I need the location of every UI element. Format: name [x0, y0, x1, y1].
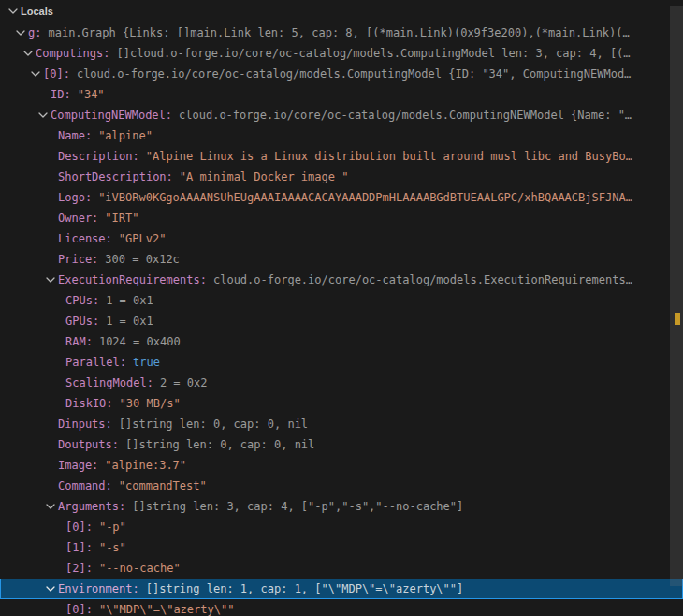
- variable-value: cloud.o-forge.io/core/oc-catalog/models.…: [207, 270, 632, 290]
- variable-row[interactable]: RAM: 1024 = 0x400: [0, 331, 683, 352]
- variable-row[interactable]: Logo: "iVBORw0KGgoAAAANSUhEUgAAAIAAAACAC…: [0, 187, 683, 208]
- chevron-down-icon: [43, 434, 58, 455]
- variable-value: "--no-cache": [93, 558, 181, 579]
- variable-value: "\"MDP\"=\"azerty\"": [93, 599, 235, 616]
- chevron-down-icon: [43, 414, 58, 434]
- chevron-down-icon: [36, 84, 51, 105]
- variable-name: ScalingModel:: [65, 373, 153, 393]
- variable-name: [1]:: [65, 537, 93, 558]
- variable-value: "Alpine Linux is a Linux distribution bu…: [139, 146, 632, 167]
- variable-row[interactable]: Doutputs: []string len: 0, cap: 0, nil: [0, 434, 683, 455]
- variable-name: [0]:: [43, 64, 70, 84]
- variables-tree: g: main.Graph {Links: []main.Link len: 5…: [0, 22, 683, 616]
- scope-header-locals[interactable]: Locals: [0, 0, 683, 22]
- variable-name: Name:: [58, 125, 92, 146]
- variable-value: []string len: 0, cap: 0, nil: [119, 434, 314, 455]
- variable-row[interactable]: Description: "Alpine Linux is a Linux di…: [0, 146, 683, 167]
- chevron-down-icon: [43, 167, 58, 187]
- variable-row[interactable]: DiskIO: "30 MB/s": [0, 393, 683, 414]
- chevron-down-icon[interactable]: [43, 270, 58, 290]
- variable-value: "-p": [93, 517, 126, 537]
- variable-name: Parallel:: [65, 352, 126, 373]
- chevron-down-icon: [51, 599, 65, 616]
- variable-name: Computings:: [36, 43, 109, 64]
- chevron-down-icon[interactable]: [43, 579, 58, 599]
- variable-name: Price:: [58, 249, 98, 270]
- chevron-down-icon: [43, 208, 58, 228]
- scrollbar-slider[interactable]: [670, 6, 683, 586]
- variable-row[interactable]: Price: 300 = 0x12c: [0, 249, 683, 270]
- variable-name: Doutputs:: [58, 434, 119, 455]
- variable-row[interactable]: Name: "alpine": [0, 125, 683, 146]
- variable-name: [0]:: [65, 599, 93, 616]
- variable-name: CPUs:: [65, 290, 99, 311]
- chevron-down-icon[interactable]: [6, 0, 21, 22]
- variable-name: ShortDescription:: [58, 167, 173, 187]
- variable-row[interactable]: Arguments: []string len: 3, cap: 4, ["-p…: [0, 496, 683, 517]
- variable-name: ExecutionRequirements:: [58, 270, 207, 290]
- variable-name: Image:: [58, 455, 98, 476]
- variable-row[interactable]: ExecutionRequirements: cloud.o-forge.io/…: [0, 270, 683, 290]
- chevron-down-icon[interactable]: [43, 496, 58, 517]
- variable-name: Description:: [58, 146, 139, 167]
- chevron-down-icon: [51, 537, 65, 558]
- variable-row[interactable]: Image: "alpine:3.7": [0, 455, 683, 476]
- variable-value: true: [126, 352, 160, 373]
- variable-row[interactable]: CPUs: 1 = 0x1: [0, 290, 683, 311]
- variable-row[interactable]: ScalingModel: 2 = 0x2: [0, 373, 683, 393]
- chevron-down-icon[interactable]: [36, 105, 51, 125]
- variable-name: ComputingNEWModel:: [51, 105, 172, 125]
- variable-row[interactable]: Owner: "IRT": [0, 208, 683, 228]
- variable-row[interactable]: Dinputs: []string len: 0, cap: 0, nil: [0, 414, 683, 434]
- chevron-down-icon: [51, 517, 65, 537]
- variable-value: []string len: 3, cap: 4, ["-p","-s","--n…: [125, 496, 463, 517]
- variable-value: "A minimal Docker image ": [173, 167, 349, 187]
- chevron-down-icon[interactable]: [28, 64, 43, 84]
- variable-name: DiskIO:: [65, 393, 113, 414]
- chevron-down-icon: [51, 373, 65, 393]
- chevron-down-icon[interactable]: [21, 43, 36, 64]
- scrollbar-decoration-marker: [675, 313, 680, 325]
- variable-row[interactable]: ShortDescription: "A minimal Docker imag…: [0, 167, 683, 187]
- variable-value: "-s": [93, 537, 126, 558]
- variable-row[interactable]: GPUs: 1 = 0x1: [0, 311, 683, 331]
- variable-value: 1 = 0x1: [99, 290, 153, 311]
- variable-row[interactable]: [0]: "\"MDP\"=\"azerty\"": [0, 599, 683, 616]
- variable-row[interactable]: License: "GPLv2": [0, 228, 683, 249]
- variable-row[interactable]: Computings: []cloud.o-forge.io/core/oc-c…: [0, 43, 683, 64]
- variable-row[interactable]: g: main.Graph {Links: []main.Link len: 5…: [0, 22, 683, 43]
- chevron-down-icon: [43, 146, 58, 167]
- variable-value: 300 = 0x12c: [98, 249, 179, 270]
- vertical-scrollbar[interactable]: [670, 0, 683, 616]
- variable-row[interactable]: [2]: "--no-cache": [0, 558, 683, 579]
- chevron-down-icon: [43, 125, 58, 146]
- variable-value: 2 = 0x2: [153, 373, 208, 393]
- variable-row[interactable]: Parallel: true: [0, 352, 683, 373]
- chevron-down-icon: [43, 187, 58, 208]
- variable-name: g:: [28, 22, 41, 43]
- chevron-down-icon: [51, 331, 65, 352]
- variable-value: "commandTest": [112, 476, 207, 496]
- chevron-down-icon: [43, 476, 58, 496]
- variable-value: "30 MB/s": [113, 393, 181, 414]
- variable-row[interactable]: [0]: "-p": [0, 517, 683, 537]
- variable-row[interactable]: [0]: cloud.o-forge.io/core/oc-catalog/mo…: [0, 64, 683, 84]
- variable-row[interactable]: ID: "34": [0, 84, 683, 105]
- variable-row[interactable]: Command: "commandTest": [0, 476, 683, 496]
- variable-row[interactable]: [1]: "-s": [0, 537, 683, 558]
- variable-name: Owner:: [58, 208, 98, 228]
- chevron-down-icon: [43, 455, 58, 476]
- chevron-down-icon: [43, 249, 58, 270]
- variable-value: "GPLv2": [112, 228, 167, 249]
- variable-row[interactable]: ComputingNEWModel: cloud.o-forge.io/core…: [0, 105, 683, 125]
- variable-name: Dinputs:: [58, 414, 112, 434]
- variable-value: "34": [71, 84, 105, 105]
- variable-value: 1 = 0x1: [99, 311, 153, 331]
- chevron-down-icon[interactable]: [13, 22, 28, 43]
- variable-value: "IRT": [98, 208, 138, 228]
- chevron-down-icon: [51, 558, 65, 579]
- variable-row[interactable]: Environment: []string len: 1, cap: 1, ["…: [0, 579, 683, 599]
- debug-variables-panel: Locals g: main.Graph {Links: []main.Link…: [0, 0, 683, 616]
- variable-value: "alpine": [92, 125, 153, 146]
- chevron-down-icon: [51, 290, 65, 311]
